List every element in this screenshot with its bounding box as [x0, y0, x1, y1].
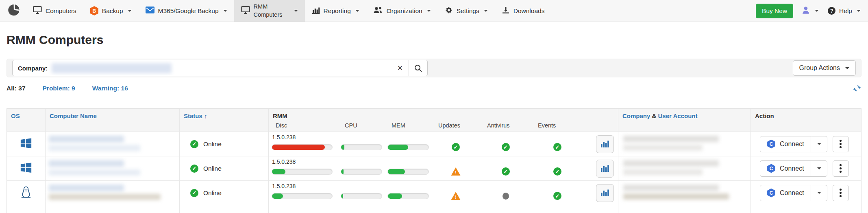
updates-status-icon [451, 192, 461, 200]
row-menu-button[interactable] [833, 185, 849, 201]
redacted-computer-detail [49, 145, 140, 151]
rmm-cell: 1.5.0.238 [269, 132, 618, 156]
download-icon [502, 6, 510, 16]
company-user-cell[interactable] [618, 132, 751, 156]
connect-button[interactable]: C Connect [760, 161, 811, 176]
gear-icon [445, 6, 453, 16]
row-menu-button[interactable] [833, 136, 849, 152]
search-icon [414, 64, 422, 72]
performance-chart-button[interactable] [596, 135, 614, 153]
agent-version: 1.5.0.238 [269, 183, 618, 189]
disc-usage-bar [272, 169, 333, 175]
nav-label: Organization [387, 7, 422, 15]
nav-item-reporting[interactable]: Reporting [305, 0, 366, 22]
group-actions-button[interactable]: Group Actions [793, 60, 856, 76]
mem-usage-bar [387, 169, 429, 175]
row-menu-button[interactable] [833, 160, 849, 177]
subheader-cpu: CPU [342, 122, 389, 129]
clear-icon[interactable]: × [392, 60, 409, 76]
filter-all[interactable]: All: 37 [7, 85, 26, 92]
refresh-button[interactable] [853, 84, 861, 93]
user-menu[interactable] [801, 6, 820, 16]
group-actions-label: Group Actions [799, 64, 840, 72]
events-status-icon [553, 192, 561, 200]
computer-name-cell[interactable] [46, 132, 180, 156]
bar-chart-icon [312, 6, 320, 16]
buy-new-button[interactable]: Buy New [756, 4, 793, 18]
subheader-updates: Updates [435, 122, 484, 129]
status-cell: Online [180, 156, 269, 180]
redacted-computer-name [49, 184, 124, 191]
nav-label: Help [839, 7, 852, 15]
redacted-user-account [623, 169, 703, 175]
backup-shield-icon: B [90, 6, 98, 15]
col-header-company[interactable]: Company [622, 112, 650, 119]
connect-split-button: C Connect [760, 160, 827, 177]
subheader-mem: MEM [389, 122, 435, 129]
connect-dropdown-button[interactable] [811, 136, 827, 152]
connect-hexagon-icon: C [767, 140, 776, 149]
col-header-rmm: RMM [273, 112, 287, 119]
redacted-user-account [623, 145, 703, 151]
sort-arrow-icon: ↑ [204, 112, 207, 119]
disc-usage-bar [272, 144, 333, 150]
performance-chart-button[interactable] [596, 184, 614, 202]
events-status-icon [553, 167, 561, 176]
col-header-status[interactable]: Status [184, 112, 202, 119]
nav-item-downloads[interactable]: Downloads [495, 0, 552, 22]
performance-chart-button[interactable] [596, 160, 614, 178]
nav-item-organization[interactable]: Organization [366, 0, 438, 22]
check-circle-icon [190, 140, 198, 148]
redacted-company [623, 184, 719, 191]
disc-usage-bar [272, 193, 333, 199]
search-button[interactable] [409, 60, 427, 76]
caret-down-icon [128, 10, 132, 12]
connect-button[interactable]: C Connect [760, 185, 811, 201]
table-row-partial [7, 205, 861, 213]
nav-item-backup[interactable]: B Backup [83, 0, 139, 22]
action-cell: C Connect [751, 181, 861, 205]
nav-item-rmm-computers-active[interactable]: RMM Computers [234, 0, 305, 22]
caret-down-icon [294, 10, 298, 12]
nav-item-settings[interactable]: Settings [438, 0, 495, 22]
table-row: Online 1.5.0.238 C [7, 180, 861, 205]
col-header-action: Action [755, 112, 774, 119]
subheader-antivirus: Antivirus [484, 122, 535, 129]
people-icon [373, 6, 383, 16]
redacted-company [623, 136, 719, 142]
company-user-cell[interactable] [618, 181, 751, 205]
filter-problem[interactable]: Problem: 9 [43, 85, 75, 92]
company-user-cell[interactable] [618, 156, 751, 180]
connect-button[interactable]: C Connect [760, 136, 811, 152]
app-logo[interactable] [2, 0, 26, 22]
rmm-cell: 1.5.0.238 [269, 181, 618, 205]
check-circle-icon [190, 189, 198, 197]
linux-tux-icon [21, 186, 31, 200]
connect-split-button: C Connect [760, 185, 827, 201]
monitor-icon [33, 6, 42, 16]
status-text: Online [203, 189, 222, 197]
table-header: OS Computer Name Status ↑ RMM Disc CPU M… [7, 109, 861, 132]
caret-down-icon [845, 67, 849, 69]
filter-row: All: 37 Problem: 9 Warning: 16 [7, 84, 861, 93]
connect-dropdown-button[interactable] [811, 161, 827, 176]
col-header-os[interactable]: OS [11, 112, 20, 119]
nav-item-computers[interactable]: Computers [26, 0, 83, 22]
redacted-computer-detail [49, 194, 161, 200]
cpu-usage-bar [341, 193, 382, 199]
caret-down-icon [427, 10, 431, 12]
os-cell [7, 156, 46, 180]
help-menu[interactable]: ? Help [827, 7, 861, 15]
filter-warning[interactable]: Warning: 16 [92, 85, 128, 92]
windows-logo-icon [20, 162, 32, 176]
agent-version: 1.5.0.238 [269, 158, 618, 165]
computer-name-cell[interactable] [46, 181, 180, 205]
computer-name-cell[interactable] [46, 156, 180, 180]
nav-item-m365-google-backup[interactable]: M365/Google Backup [139, 0, 234, 22]
connect-dropdown-button[interactable] [811, 185, 827, 201]
col-header-computer-name[interactable]: Computer Name [50, 112, 97, 119]
action-cell: C Connect [751, 132, 861, 156]
windows-logo-icon [20, 137, 32, 151]
search-input[interactable]: Company: [13, 60, 392, 76]
col-header-user-account[interactable]: User Account [658, 112, 698, 119]
